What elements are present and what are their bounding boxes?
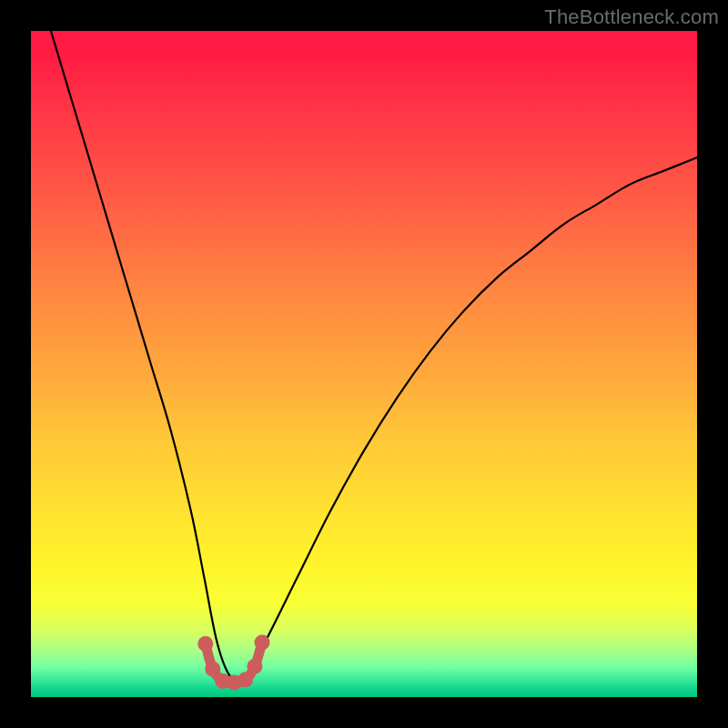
valley-marker-dot: [197, 636, 213, 652]
valley-marker-dot: [205, 662, 220, 677]
valley-marker-dot: [247, 659, 262, 674]
chart-frame: TheBottleneck.com: [0, 0, 728, 728]
watermark-text: TheBottleneck.com: [544, 5, 719, 29]
valley-marker-dot: [255, 634, 270, 650]
valley-marker-dot: [238, 672, 253, 687]
curve-layer: [31, 31, 697, 697]
plot-area: [31, 31, 697, 697]
bottleneck-curve: [51, 31, 697, 682]
